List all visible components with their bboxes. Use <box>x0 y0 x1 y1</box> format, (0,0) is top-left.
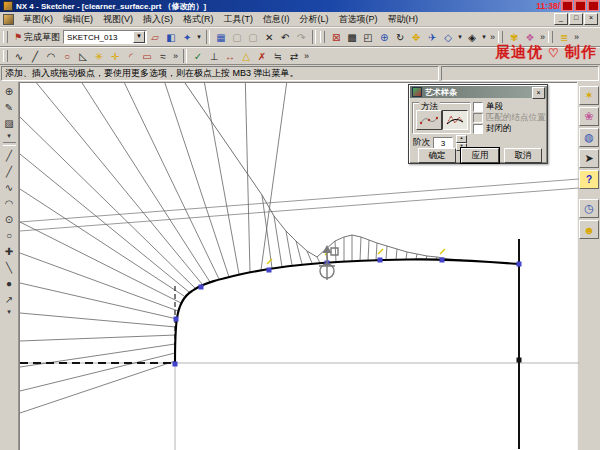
point-on-curve-icon[interactable]: ✛ <box>107 49 123 63</box>
profile-icon[interactable]: ∿ <box>11 49 27 63</box>
dialog-titlebar[interactable]: 艺术样条 × <box>410 86 546 98</box>
chevron-down-icon[interactable]: ▼ <box>133 31 145 43</box>
line-format-icon[interactable]: ≣ <box>556 30 572 44</box>
shaded-view-icon[interactable]: ▩ <box>344 30 360 44</box>
palette-icon[interactable]: ✶ <box>579 86 599 105</box>
studio-spline-curve[interactable] <box>175 259 519 364</box>
reattach-sketch-icon[interactable]: ▱ <box>147 30 163 44</box>
child-close-button[interactable]: × <box>584 13 598 25</box>
point-icon[interactable]: ✳ <box>91 49 107 63</box>
display-mode-icon[interactable]: ◧ <box>163 30 179 44</box>
toolbar-grip[interactable] <box>548 31 553 43</box>
through-points-button[interactable] <box>416 110 442 130</box>
menu-edit[interactable]: 编辑(E) <box>58 12 98 27</box>
roles-flower-icon[interactable]: ❀ <box>579 107 599 126</box>
paste-icon[interactable]: ▢ <box>245 30 261 44</box>
ok-button[interactable]: 确定 <box>418 148 456 163</box>
sketch-name-combo[interactable]: SKETCH_013 ▼ <box>63 30 147 44</box>
orient-sketch-icon[interactable]: ✦ <box>179 30 195 44</box>
isometric-view-icon[interactable]: ◇ <box>440 30 456 44</box>
menu-help[interactable]: 帮助(H) <box>383 12 424 27</box>
checkbox-icon[interactable] <box>473 102 483 112</box>
dimension-icon[interactable]: ↔ <box>222 49 238 63</box>
rotate-view-icon[interactable]: ↻ <box>392 30 408 44</box>
point-constructor-icon[interactable]: ⊕ <box>2 84 17 99</box>
copy-icon[interactable]: ▢ <box>229 30 245 44</box>
convert-reference-icon[interactable]: ⇄ <box>286 49 302 63</box>
undo-icon[interactable]: ↶ <box>277 30 293 44</box>
toolbar-grip[interactable] <box>3 50 8 62</box>
menu-insert[interactable]: 插入(S) <box>138 12 178 27</box>
arc-tool-icon[interactable]: ◠ <box>2 196 17 211</box>
constraints-icon[interactable]: △ <box>238 49 254 63</box>
toolbar-grip[interactable] <box>3 31 8 43</box>
derived-lines-icon[interactable]: ◺ <box>75 49 91 63</box>
child-restore-button[interactable]: □ <box>569 13 583 25</box>
circle-icon[interactable]: ○ <box>59 49 75 63</box>
fillet-icon[interactable]: ◜ <box>123 49 139 63</box>
show-constraints-icon[interactable]: ✓ <box>190 49 206 63</box>
cancel-button[interactable]: 取消 <box>504 148 542 163</box>
toolbar-overflow-icon[interactable]: » <box>171 49 180 63</box>
zoom-icon[interactable]: ⊕ <box>376 30 392 44</box>
training-icon[interactable]: ➤ <box>579 149 599 168</box>
chevron-down-icon[interactable]: ▾ <box>2 308 17 315</box>
menu-analysis[interactable]: 分析(L) <box>295 12 334 27</box>
toolbar-overflow-icon[interactable]: » <box>572 30 581 44</box>
chevron-down-icon[interactable]: ▾ <box>480 30 488 44</box>
menu-preferences[interactable]: 首选项(P) <box>334 12 383 27</box>
dialog-close-button[interactable]: × <box>532 87 545 99</box>
toolbar-overflow-icon[interactable]: » <box>302 49 311 63</box>
child-minimize-button[interactable]: _ <box>554 13 568 25</box>
visualization-icon[interactable]: ❖ <box>522 30 538 44</box>
arc-icon[interactable]: ◠ <box>43 49 59 63</box>
web-browser-icon[interactable]: ◍ <box>579 128 599 147</box>
no-constraints-icon[interactable]: ✗ <box>254 49 270 63</box>
circle-tool-icon[interactable]: ○ <box>2 228 17 243</box>
plus-tool-icon[interactable]: ✚ <box>2 244 17 259</box>
assembly-navigator-icon[interactable]: ☻ <box>579 220 599 239</box>
redo-icon[interactable]: ↷ <box>293 30 309 44</box>
history-icon[interactable]: ◷ <box>579 199 599 218</box>
rectangle-icon[interactable]: ▭ <box>139 49 155 63</box>
apply-button[interactable]: 应用 <box>461 148 499 163</box>
pan-icon[interactable]: ✥ <box>408 30 424 44</box>
circle-center-tool-icon[interactable]: ⊙ <box>2 212 17 227</box>
chevron-down-icon[interactable]: ▾ <box>456 30 464 44</box>
delete-icon[interactable]: ✕ <box>261 30 277 44</box>
grayed-tool-icon[interactable]: ▨ <box>2 116 17 131</box>
line-point-tool-icon[interactable]: ╱ <box>2 164 17 179</box>
toolbar-grip[interactable] <box>320 31 325 43</box>
toolbar-overflow-icon[interactable]: » <box>538 30 547 44</box>
checkbox-icon[interactable] <box>473 124 483 134</box>
save-icon[interactable]: ▦ <box>213 30 229 44</box>
sphere-tool-icon[interactable]: ● <box>2 276 17 291</box>
spline-poles[interactable] <box>173 258 522 367</box>
fit-view-icon[interactable]: ⊠ <box>328 30 344 44</box>
menu-sketch[interactable]: 草图(K) <box>18 12 58 27</box>
by-poles-button[interactable] <box>442 110 468 130</box>
line-icon[interactable]: ╱ <box>27 49 43 63</box>
menu-format[interactable]: 格式(R) <box>178 12 219 27</box>
line-tool-icon[interactable]: ╱ <box>2 148 17 163</box>
spline-tool-icon[interactable]: ∿ <box>2 180 17 195</box>
help-icon[interactable]: ? <box>579 170 599 189</box>
closed-checkbox[interactable]: 封闭的 <box>473 123 512 135</box>
camera-view-icon[interactable]: ◈ <box>464 30 480 44</box>
zoom-window-icon[interactable]: ◰ <box>360 30 376 44</box>
fly-view-icon[interactable]: ✈ <box>424 30 440 44</box>
toolbar-grip[interactable] <box>498 31 503 43</box>
chevron-down-icon[interactable]: ▾ <box>195 30 203 44</box>
alternate-solution-icon[interactable]: ≒ <box>270 49 286 63</box>
chevron-down-icon[interactable]: ▾ <box>2 132 17 139</box>
roles-icon[interactable]: ✾ <box>506 30 522 44</box>
derived-line-tool-icon[interactable]: ╲ <box>2 260 17 275</box>
studio-spline-icon[interactable]: ≈ <box>155 49 171 63</box>
menu-information[interactable]: 信息(I) <box>258 12 295 27</box>
perpendicular-constraint-icon[interactable]: ⊥ <box>206 49 222 63</box>
finish-sketch-button[interactable]: ⚑ 完成草图 <box>11 30 63 45</box>
toolbar-overflow-icon[interactable]: » <box>488 30 497 44</box>
menu-tools[interactable]: 工具(T) <box>219 12 259 27</box>
point-arrow-tool-icon[interactable]: ↗ <box>2 292 17 307</box>
sketch-point-icon[interactable]: ✎ <box>2 100 17 115</box>
